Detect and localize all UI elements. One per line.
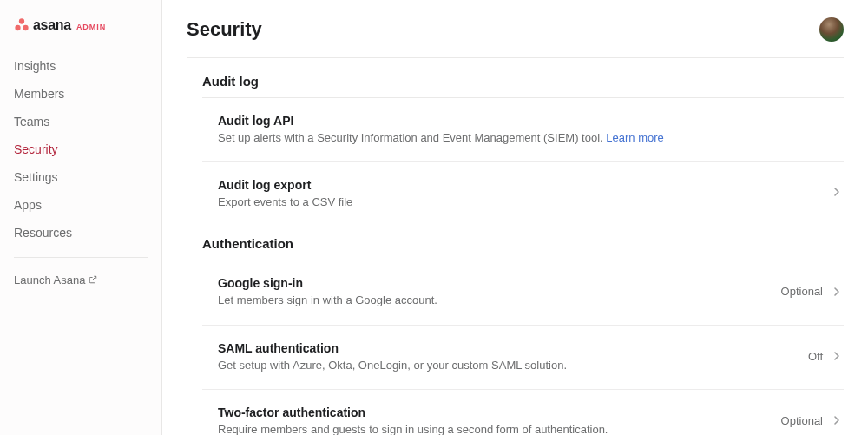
- setting-audit-log-api[interactable]: Audit log API Set up alerts with a Secur…: [202, 98, 844, 162]
- setting-title: SAML authentication: [218, 341, 808, 355]
- setting-right: [832, 178, 842, 197]
- setting-google-signin[interactable]: Google sign-in Let members sign in with …: [202, 260, 844, 325]
- setting-desc: Export events to a CSV file: [218, 194, 832, 210]
- launch-asana-link[interactable]: Launch Asana: [0, 268, 161, 292]
- page-title: Security: [187, 18, 262, 41]
- setting-title: Audit log API: [218, 114, 842, 128]
- setting-right: Off: [808, 341, 842, 363]
- setting-left: Google sign-in Let members sign in with …: [218, 276, 781, 308]
- setting-desc: Get setup with Azure, Okta, OneLogin, or…: [218, 358, 808, 373]
- setting-desc: Require members and guests to sign in us…: [218, 422, 781, 435]
- sidebar-item-insights[interactable]: Insights: [0, 52, 161, 80]
- setting-desc-text: Set up alerts with a Security Informatio…: [218, 131, 606, 144]
- setting-desc: Set up alerts with a Security Informatio…: [218, 130, 842, 146]
- setting-two-factor[interactable]: Two-factor authentication Require member…: [202, 390, 844, 435]
- sidebar-nav: Insights Members Teams Security Settings…: [0, 52, 161, 247]
- setting-saml-auth[interactable]: SAML authentication Get setup with Azure…: [202, 326, 844, 390]
- chevron-right-icon: [832, 415, 842, 425]
- setting-left: Two-factor authentication Require member…: [218, 405, 781, 435]
- sidebar-item-teams[interactable]: Teams: [0, 108, 161, 135]
- launch-asana-label: Launch Asana: [14, 274, 85, 287]
- svg-point-1: [15, 25, 20, 30]
- svg-point-2: [23, 25, 28, 30]
- external-link-icon: [89, 275, 97, 286]
- setting-title: Google sign-in: [218, 276, 781, 290]
- setting-title: Audit log export: [218, 178, 832, 192]
- chevron-right-icon: [832, 187, 842, 197]
- main-header: Security: [187, 17, 844, 58]
- setting-status: Optional: [781, 285, 823, 298]
- setting-status: Off: [808, 350, 823, 363]
- learn-more-link[interactable]: Learn more: [606, 131, 663, 144]
- setting-desc: Let members sign in with a Google accoun…: [218, 293, 781, 308]
- setting-left: Audit log API Set up alerts with a Secur…: [218, 114, 842, 146]
- brand-suffix: ADMIN: [76, 23, 107, 31]
- section-authentication: Authentication Google sign-in Let member…: [187, 236, 844, 435]
- sidebar-item-settings[interactable]: Settings: [0, 163, 161, 191]
- section-title: Audit log: [202, 74, 844, 98]
- setting-status: Optional: [781, 414, 823, 427]
- brand-logo: asana ADMIN: [0, 17, 161, 52]
- setting-left: SAML authentication Get setup with Azure…: [218, 341, 808, 373]
- setting-left: Audit log export Export events to a CSV …: [218, 178, 832, 210]
- sidebar-item-security[interactable]: Security: [0, 135, 161, 163]
- sidebar-item-resources[interactable]: Resources: [0, 219, 161, 247]
- chevron-right-icon: [832, 351, 842, 361]
- main-content: Security Audit log Audit log API Set up …: [162, 0, 868, 435]
- section-audit-log: Audit log Audit log API Set up alerts wi…: [187, 74, 844, 226]
- setting-audit-log-export[interactable]: Audit log export Export events to a CSV …: [202, 162, 844, 226]
- setting-right: Optional: [781, 276, 842, 298]
- brand-name: asana: [33, 17, 71, 33]
- sidebar-item-apps[interactable]: Apps: [0, 191, 161, 219]
- asana-logo-icon: [14, 17, 30, 33]
- setting-title: Two-factor authentication: [218, 405, 781, 419]
- svg-point-0: [19, 18, 24, 23]
- section-title: Authentication: [202, 236, 844, 260]
- sidebar-divider: [14, 257, 148, 258]
- setting-right: Optional: [781, 405, 842, 427]
- chevron-right-icon: [832, 287, 842, 297]
- avatar[interactable]: [819, 17, 844, 42]
- sidebar: asana ADMIN Insights Members Teams Secur…: [0, 0, 162, 435]
- sidebar-item-members[interactable]: Members: [0, 80, 161, 108]
